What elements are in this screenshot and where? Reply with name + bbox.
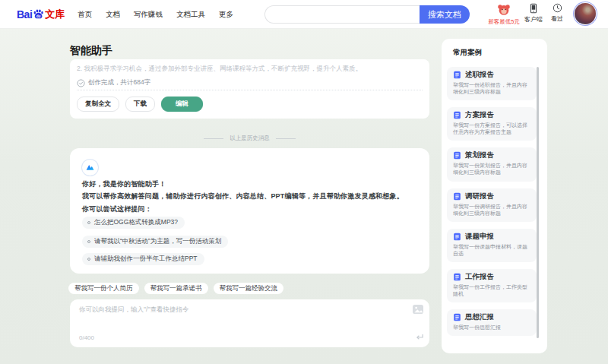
case-title: 工作报告 xyxy=(465,272,494,282)
nav-write-earn[interactable]: 写作赚钱 xyxy=(134,10,163,20)
suggestion-halfyear-ppt[interactable]: 请辅助我创作一份半年工作总结PPT xyxy=(82,253,204,265)
doc-icon xyxy=(453,151,461,160)
download-button[interactable]: 下载 xyxy=(125,97,155,112)
dotted-divider xyxy=(77,90,423,90)
case-title: 述职报告 xyxy=(465,70,494,80)
nav-more[interactable]: 更多 xyxy=(219,10,233,20)
search-button[interactable]: 搜索文档 xyxy=(420,5,470,24)
bullet-icon xyxy=(87,240,90,243)
search-input[interactable] xyxy=(264,5,420,24)
tag-experience[interactable]: 帮我写一篇经验交流 xyxy=(214,283,284,294)
assistant-intro: 我可以帮你高效解答问题，辅助你进行内容创作、内容总结、PPT编辑等，并且帮助你激… xyxy=(82,191,404,201)
page-title: 智能助手 xyxy=(70,44,112,58)
doc-icon xyxy=(453,71,461,79)
suggestion-text: 怎么把OGG格式转换成MP3? xyxy=(94,218,178,227)
case-keti-shenbao[interactable]: 课题申报 帮我写一份课题申报材料，课题自选 xyxy=(447,229,537,262)
nav-docs[interactable]: 文档 xyxy=(106,10,120,20)
main-nav: 首页 文档 写作赚钱 文档工具 更多 xyxy=(78,0,233,29)
nav-doc-tools[interactable]: 文档工具 xyxy=(176,10,205,20)
quick-tags: 帮我写一份个人简历 帮我写一篇承诺书 帮我写一篇经验交流 xyxy=(68,283,283,294)
case-desc: 帮我写一份思想汇报 xyxy=(453,324,530,331)
case-title: 方案报告 xyxy=(465,110,494,120)
history-result-card: 2. 我积极寻求学习机会，通过参加外部专业讲座、网络课程等方式，不断扩充视野，提… xyxy=(70,59,429,119)
copy-all-button[interactable]: 复制全文 xyxy=(77,97,119,112)
case-desc: 帮我写一份调研报告，并且内容细化到三级内容标题 xyxy=(453,203,530,217)
history-divider-text: 以上是历史消息 xyxy=(230,135,270,142)
result-actions: 复制全文 下载 编辑 xyxy=(77,97,203,112)
tag-resume[interactable]: 帮我写一份个人简历 xyxy=(68,283,139,294)
creation-status-text: 创作完成，共计684字 xyxy=(88,78,150,87)
divider-line-left xyxy=(204,138,223,139)
case-desc: 帮我写一份课题申报材料，课题自选 xyxy=(453,243,530,257)
history-seen-entry[interactable]: 看过 xyxy=(536,3,578,23)
divider-line-right xyxy=(276,138,296,139)
case-desc: 帮我写一份方案报告，可以选择任意内容为方案报告主题 xyxy=(453,122,530,135)
baidu-paw-icon: du xyxy=(33,8,44,20)
case-fangan-report[interactable]: 方案报告 帮我写一份方案报告，可以选择任意内容为方案报告主题 xyxy=(447,107,537,141)
assistant-hint: 你可以尝试这样提问： xyxy=(82,204,152,214)
assistant-message-card: 你好，我是你的智能助手！ 我可以帮你高效解答问题，辅助你进行内容创作、内容总结、… xyxy=(70,148,429,274)
case-title: 思想汇报 xyxy=(465,312,494,322)
history-divider: 以上是历史消息 xyxy=(70,135,429,142)
enter-key-icon xyxy=(415,334,424,341)
assistant-logo-icon xyxy=(85,163,95,173)
promo-mascot-icon xyxy=(496,3,511,17)
char-counter: 0/400 xyxy=(79,334,94,341)
case-shuzhi-report[interactable]: 述职报告 帮我写一份述职报告，并且内容细化到三级内容标题 xyxy=(447,67,537,100)
case-cehua-report[interactable]: 策划报告 帮我写一份策划报告，并且内容细化到三级内容标题 xyxy=(447,147,537,181)
case-desc: 帮我写一份述职报告，并且内容细化到三级内容标题 xyxy=(453,81,530,95)
svg-text:du: du xyxy=(36,14,41,17)
nav-home[interactable]: 首页 xyxy=(78,10,92,20)
bullet-icon xyxy=(87,258,90,261)
suggestion-text: 请帮我以“中秋活动”为主题，写一份活动策划 xyxy=(94,237,221,246)
baidu-wenku-logo[interactable]: Bai du 文库 xyxy=(17,8,65,21)
common-cases-panel: 常用案例 述职报告 帮我写一份述职报告，并且内容细化到三级内容标题 方案报告 帮… xyxy=(442,39,547,353)
doc-icon xyxy=(453,233,461,241)
case-title: 调研报告 xyxy=(465,191,494,201)
input-placeholder: 你可以向我提问，输入"/"查看快捷指令 xyxy=(79,305,188,315)
case-diaoyan-report[interactable]: 调研报告 帮我写一份调研报告，并且内容细化到三级内容标题 xyxy=(447,188,537,222)
creation-status: 创作完成，共计684字 xyxy=(77,78,150,87)
edit-button[interactable]: 编辑 xyxy=(161,97,203,112)
doc-icon xyxy=(453,273,461,281)
suggestion-midautumn-plan[interactable]: 请帮我以“中秋活动”为主题，写一份活动策划 xyxy=(82,236,228,248)
case-sixiang-huibao[interactable]: 思想汇报 帮我写一份思想汇报 xyxy=(447,309,537,336)
logo-bai: Bai xyxy=(17,8,32,21)
case-gongzuo-report[interactable]: 工作报告 帮我写一份工作报告，工作类型随机 xyxy=(447,269,537,302)
case-desc: 帮我写一份策划报告，并且内容细化到三级内容标题 xyxy=(453,162,530,176)
image-upload-icon[interactable] xyxy=(412,304,424,315)
clock-icon xyxy=(553,3,562,13)
case-list: 述职报告 帮我写一份述职报告，并且内容细化到三级内容标题 方案报告 帮我写一份方… xyxy=(447,67,537,336)
check-circle-icon xyxy=(77,79,85,87)
history-text-tail: 2. 我积极寻求学习机会，通过参加外部专业讲座、网络课程等方式，不断扩充视野，提… xyxy=(77,65,426,74)
seen-label: 看过 xyxy=(551,14,563,23)
case-title: 策划报告 xyxy=(465,150,494,160)
assistant-greeting: 你好，我是你的智能助手！ xyxy=(82,179,166,189)
user-avatar[interactable] xyxy=(575,3,596,24)
doc-icon xyxy=(453,111,461,119)
cases-panel-title: 常用案例 xyxy=(453,48,482,58)
suggestion-ogg-mp3[interactable]: 怎么把OGG格式转换成MP3? xyxy=(82,217,185,229)
case-desc: 帮我写一份工作报告，工作类型随机 xyxy=(453,283,530,297)
doc-icon xyxy=(453,192,461,201)
search-bar: 搜索文档 xyxy=(264,5,470,24)
case-title: 课题申报 xyxy=(465,232,494,242)
tag-commitment[interactable]: 帮我写一篇承诺书 xyxy=(144,283,208,294)
fade-mask xyxy=(70,59,429,65)
assistant-avatar xyxy=(82,160,98,176)
sidebar-scrollbar[interactable] xyxy=(537,67,539,338)
bullet-icon xyxy=(87,221,90,224)
top-navbar: Bai du 文库 首页 文档 写作赚钱 文档工具 更多 搜索文档 新客最低5元 xyxy=(0,0,608,29)
logo-wenku: 文库 xyxy=(45,8,65,21)
chat-input-box[interactable]: 你可以向我提问，输入"/"查看快捷指令 0/400 xyxy=(70,299,429,347)
suggestion-text: 请辅助我创作一份半年工作总结PPT xyxy=(94,255,198,264)
doc-icon xyxy=(453,313,461,321)
